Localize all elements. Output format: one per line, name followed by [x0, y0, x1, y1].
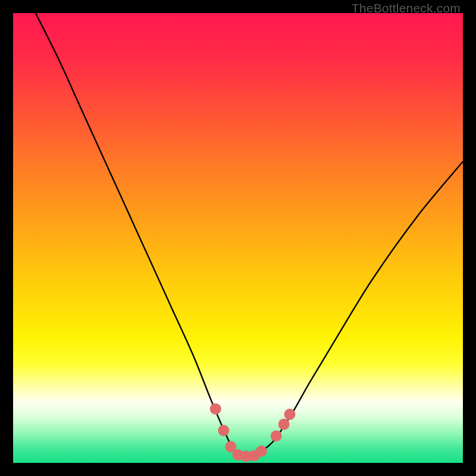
highlight-dot	[284, 409, 295, 420]
highlight-dot	[218, 425, 229, 436]
highlight-dot	[271, 430, 282, 441]
chart-frame	[13, 13, 463, 463]
chart-canvas	[13, 13, 463, 463]
highlight-dot	[210, 403, 221, 415]
gradient-rect	[13, 13, 463, 463]
highlight-dot	[256, 446, 267, 457]
watermark-text: TheBottleneck.com	[352, 1, 461, 15]
highlight-dot	[278, 418, 290, 430]
